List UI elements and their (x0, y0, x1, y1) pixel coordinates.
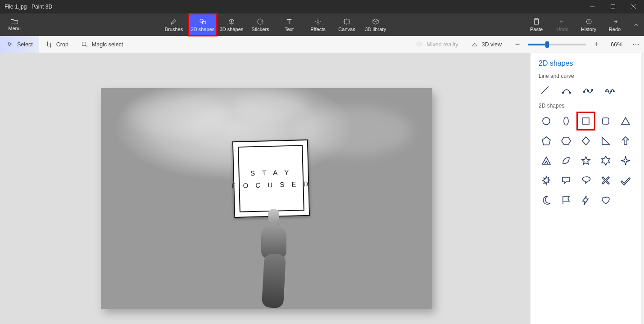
effects-icon (314, 18, 322, 26)
zoom-in-button[interactable]: + (593, 40, 601, 49)
zoom-percent: 66% (607, 41, 622, 48)
star5-icon[interactable] (578, 153, 594, 168)
ribbon-stickers-label: Stickers (251, 27, 269, 32)
side-scrollbar[interactable] (641, 53, 644, 324)
ribbon-brushes[interactable]: Brushes (159, 14, 188, 36)
line-icon[interactable] (539, 84, 551, 96)
tool-magic-select[interactable]: Magic select (75, 36, 129, 53)
square-icon[interactable] (578, 113, 594, 129)
star6-icon[interactable] (598, 153, 613, 168)
zoom-slider[interactable] (528, 44, 586, 45)
callout-rect-icon[interactable] (558, 173, 574, 188)
minimize-button[interactable] (582, 0, 603, 14)
svg-point-6 (258, 19, 263, 24)
svg-point-4 (200, 19, 204, 23)
tool-3d-view-label: 3D view (482, 41, 502, 48)
hexagon-icon[interactable] (558, 133, 574, 148)
ribbon-paste[interactable]: Paste (523, 14, 549, 36)
brush-icon (170, 18, 178, 26)
triangle-icon[interactable] (618, 113, 633, 129)
tool-select[interactable]: Select (0, 36, 39, 53)
burst-icon[interactable] (539, 173, 554, 188)
ribbon-text-label: Text (285, 27, 294, 32)
right-triangle-icon[interactable] (598, 133, 613, 148)
window-title: File-1.jpg - Paint 3D (0, 4, 52, 10)
cursor-icon (6, 41, 14, 48)
zoom-slider-fill (528, 44, 547, 45)
star4-icon[interactable] (618, 153, 633, 168)
history-icon (585, 18, 593, 26)
line-tools-row (539, 84, 634, 96)
ribbon-3d-library[interactable]: 3D library (361, 14, 390, 36)
ribbon-2d-shapes[interactable]: 2D shapes (188, 14, 217, 36)
pentagon-icon[interactable] (539, 133, 554, 148)
undo-icon (558, 18, 567, 26)
text-icon (285, 18, 293, 26)
svg-point-16 (584, 91, 585, 93)
svg-point-19 (605, 91, 606, 92)
ribbon-text[interactable]: Text (275, 14, 304, 36)
ribbon-redo[interactable]: Redo (602, 14, 628, 36)
oval-icon[interactable] (558, 113, 574, 129)
leaf-icon[interactable] (558, 153, 574, 168)
rounded-square-icon[interactable] (598, 113, 613, 129)
moon-icon[interactable] (539, 193, 554, 208)
tool-3d-view[interactable]: 3D view (465, 36, 508, 53)
ribbon-canvas-label: Canvas (338, 27, 355, 32)
ribbon-3d-shapes[interactable]: 3D shapes (217, 14, 246, 36)
side-panel: 2D shapes Line and curve 2D shapes (530, 53, 641, 324)
curve-3pt-icon[interactable] (582, 84, 594, 96)
maximize-button[interactable] (603, 0, 623, 14)
titlebar: File-1.jpg - Paint 3D (0, 0, 644, 14)
ribbon-brushes-label: Brushes (165, 27, 183, 32)
svg-rect-12 (82, 42, 86, 45)
ribbon-2d-shapes-label: 2D shapes (191, 27, 215, 32)
canvas-image[interactable]: S T A Y F O C U S E D (101, 88, 432, 309)
callout-round-icon[interactable] (578, 173, 594, 188)
svg-point-17 (588, 90, 589, 92)
arrow-up-icon[interactable] (618, 133, 633, 148)
ribbon-right: Paste Undo History Redo (523, 14, 644, 36)
ribbon-canvas[interactable]: Canvas (332, 14, 361, 36)
ribbon-collapse[interactable] (628, 14, 644, 36)
heart-icon[interactable] (598, 193, 613, 208)
mixed-reality-icon (416, 41, 423, 48)
svg-point-18 (592, 90, 593, 91)
library3d-icon (372, 18, 380, 26)
image-card-inner: S T A Y F O C U S E D (238, 145, 304, 212)
ribbon-history[interactable]: History (576, 14, 602, 36)
ribbon-paste-label: Paste (530, 27, 543, 32)
lightning-icon[interactable] (578, 193, 594, 208)
toolbar-more[interactable]: ⋯ (628, 40, 644, 49)
canvas-icon (343, 18, 351, 26)
shape-grid (539, 113, 634, 208)
delta-icon[interactable] (539, 153, 554, 168)
check-icon[interactable] (618, 173, 633, 188)
flag-icon[interactable] (558, 193, 574, 208)
ribbon-effects[interactable]: Effects (304, 14, 332, 36)
tool-crop[interactable]: Crop (39, 36, 75, 53)
svg-point-7 (317, 21, 319, 23)
close-button[interactable] (623, 0, 644, 14)
cross-icon[interactable] (598, 173, 613, 188)
image-card-text: S T A Y F O C U S E D (231, 166, 311, 192)
ribbon-stickers[interactable]: Stickers (246, 14, 275, 36)
circle-icon[interactable] (539, 113, 554, 129)
ribbon-undo[interactable]: Undo (549, 14, 576, 36)
tool-mixed-reality: Mixed reality (409, 36, 464, 53)
diamond-icon[interactable] (578, 133, 594, 148)
zoom-slider-thumb[interactable] (545, 41, 549, 48)
shapes2d-icon (199, 18, 207, 26)
canvas-area[interactable]: S T A Y F O C U S E D (0, 53, 530, 324)
section-line-and-curve: Line and curve (539, 73, 634, 79)
view3d-icon (471, 41, 478, 48)
zoom-out-button[interactable]: − (513, 40, 522, 49)
ribbon-undo-label: Undo (557, 27, 568, 32)
svg-point-24 (564, 117, 568, 125)
svg-rect-25 (583, 118, 589, 124)
curve-2pt-icon[interactable] (560, 84, 573, 96)
tool-mixed-reality-label: Mixed reality (426, 41, 458, 48)
menu-button[interactable]: Menu (0, 14, 29, 36)
svg-point-20 (608, 91, 609, 92)
curve-multi-icon[interactable] (603, 84, 616, 96)
